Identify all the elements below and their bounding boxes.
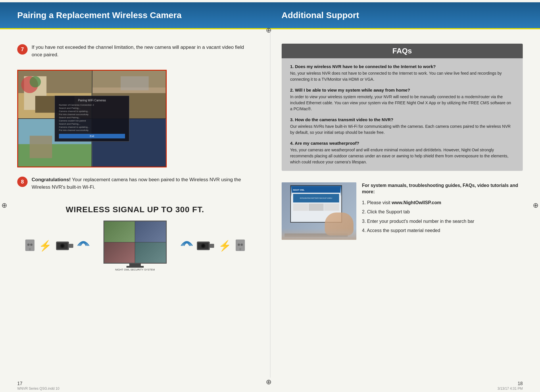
support-bottom-section: NIGHT OWL INTEGRATED BATTERY BACKUP 1000… bbox=[282, 182, 523, 240]
dialog-line-6: Camera couldn't be paired bbox=[59, 119, 125, 122]
monitor-screen-container bbox=[103, 221, 167, 264]
monitor-cell-3 bbox=[104, 242, 135, 263]
dialog-cameras-count: Number of Cameras Connected: 2 bbox=[59, 104, 125, 106]
left-camera bbox=[55, 239, 75, 253]
monitor-cell-2 bbox=[135, 221, 166, 242]
support-text: For system manuals, troubleshooting guid… bbox=[362, 182, 523, 240]
support-step-3: 3. Enter your product's model number in … bbox=[362, 218, 523, 225]
wireless-diagram: ⚡ bbox=[17, 220, 253, 272]
center-monitor: NIGHT OWL SECURITY SYSTEM bbox=[98, 221, 172, 271]
monitor-cell-1 bbox=[104, 221, 135, 242]
svg-point-16 bbox=[27, 244, 30, 246]
svg-rect-32 bbox=[239, 248, 241, 250]
left-page-title: Pairing a Replacement Wireless Camera bbox=[17, 10, 182, 20]
faq-3-question: 3. How do the cameras transmit video to … bbox=[290, 117, 514, 122]
website-cell-3 bbox=[324, 204, 339, 211]
date-info: 3/13/17 4:31 PM bbox=[497, 387, 523, 391]
faq-3-answer: Our wireless NVRs have built-in Wi-Fi fo… bbox=[290, 123, 514, 136]
step-8: 8 Congratulations! Your replacement came… bbox=[17, 176, 253, 191]
svg-point-5 bbox=[30, 76, 41, 88]
svg-point-22 bbox=[61, 244, 64, 247]
website-grid bbox=[293, 204, 339, 211]
signal-waves-right-svg bbox=[175, 237, 193, 254]
faq-item-4: 4. Are my cameras weatherproof? Yes, you… bbox=[290, 141, 514, 165]
right-signal-waves bbox=[175, 237, 193, 254]
svg-rect-9 bbox=[121, 76, 149, 90]
camera-screenshot: Pairing WiFi Cameras Number of Cameras C… bbox=[17, 70, 167, 167]
bottom-info-bar: WNVR Series QSG.indd 10 3/13/17 4:31 PM bbox=[0, 387, 540, 391]
support-step-2: 2. Click the Support tab bbox=[362, 209, 523, 215]
faqs-header: FAQs bbox=[282, 44, 523, 58]
step-8-number: 8 bbox=[17, 177, 28, 187]
right-column: FAQs 1. Does my wireless NVR have to be … bbox=[270, 29, 540, 378]
reg-mark-bottom: ⊕ bbox=[264, 378, 273, 386]
wireless-title: WIRELESS SIGNAL UP TO 300 ft. bbox=[17, 205, 253, 214]
support-step-4: 4. Access the support material needed bbox=[362, 227, 523, 234]
power-outlet-right bbox=[236, 240, 245, 252]
website-header-bar: NIGHT OWL bbox=[292, 187, 340, 193]
dialog-line-3: Camera channel is updating... bbox=[59, 110, 125, 113]
dialog-line-2: Search and Pairing... bbox=[59, 107, 125, 109]
svg-point-27 bbox=[202, 244, 205, 247]
monitor-screen-grid bbox=[104, 221, 166, 263]
faq-1-answer: No, your wireless NVR does not have to b… bbox=[290, 70, 514, 82]
svg-point-31 bbox=[241, 244, 243, 246]
left-camera-icon bbox=[55, 239, 75, 253]
power-outlet-left bbox=[25, 240, 34, 252]
step-7-text: If you have not exceeded the channel lim… bbox=[32, 44, 253, 58]
monitor-cell-4 bbox=[135, 242, 166, 263]
right-page-title: Additional Support bbox=[282, 10, 359, 20]
right-outlet bbox=[236, 240, 245, 252]
support-step-1: 1. Please visit www.NightOwlISP.com bbox=[362, 200, 523, 206]
website-banner: INTEGRATED BATTERY BACKUP 1000U bbox=[293, 194, 339, 202]
monitor-brand: NIGHT OWL SECURITY SYSTEM bbox=[115, 268, 155, 271]
faq-4-question: 4. Are my cameras weatherproof? bbox=[290, 141, 514, 146]
website-cell-1 bbox=[293, 204, 308, 211]
website-cell-2 bbox=[309, 204, 324, 211]
screenshot-grid: Pairing WiFi Cameras Number of Cameras C… bbox=[18, 71, 166, 167]
website-banner-text: INTEGRATED BATTERY BACKUP 1000U bbox=[300, 197, 332, 199]
dialog-line-8: Camera channel is updating... bbox=[59, 126, 125, 128]
step-7: 7 If you have not exceeded the channel l… bbox=[17, 44, 253, 58]
faqs-box: FAQs 1. Does my wireless NVR have to be … bbox=[282, 44, 523, 171]
faq-item-3: 3. How do the cameras transmit video to … bbox=[290, 117, 514, 136]
faq-4-answer: Yes, your cameras are weatherproof and w… bbox=[290, 147, 514, 165]
step-8-bold: Congratulations! bbox=[32, 177, 71, 182]
wireless-section: WIRELESS SIGNAL UP TO 300 ft. ⚡ bbox=[17, 205, 253, 272]
faq-2-answer: In order to view your wireless system re… bbox=[290, 94, 514, 112]
lightning-right: ⚡ bbox=[218, 240, 231, 252]
file-info: WNVR Series QSG.indd 10 bbox=[17, 387, 59, 391]
svg-rect-12 bbox=[18, 144, 91, 167]
right-camera-icon bbox=[195, 239, 216, 253]
table-surface bbox=[282, 228, 356, 240]
pairing-dialog: Pairing WiFi Cameras Number of Cameras C… bbox=[55, 96, 129, 142]
page-number-left: 17 bbox=[17, 381, 22, 386]
support-step-1-link[interactable]: www.NightOwlISP.com bbox=[392, 200, 441, 205]
header-left: Pairing a Replacement Wireless Camera bbox=[0, 10, 270, 20]
website-brand: NIGHT OWL bbox=[293, 189, 305, 191]
monitor-base bbox=[129, 264, 141, 266]
svg-rect-23 bbox=[69, 244, 73, 248]
dialog-line-9: Put into channel successfully bbox=[59, 129, 125, 132]
svg-rect-13 bbox=[30, 136, 52, 158]
faq-item-1: 1. Does my wireless NVR have to be conne… bbox=[290, 64, 514, 82]
dialog-exit-button[interactable]: Exit bbox=[59, 134, 125, 138]
support-intro: For system manuals, troubleshooting guid… bbox=[362, 182, 523, 195]
left-signal-waves bbox=[78, 237, 95, 254]
dialog-line-5: Search and Pairing... bbox=[59, 116, 125, 119]
dialog-title: Pairing WiFi Cameras bbox=[59, 99, 125, 102]
signal-waves-left-svg bbox=[78, 237, 95, 254]
right-camera bbox=[195, 239, 216, 253]
svg-point-17 bbox=[30, 244, 32, 246]
dialog-line-4: Put into channel successfully bbox=[59, 113, 125, 116]
faq-item-2: 2. Will I be able to view my system whil… bbox=[290, 88, 514, 112]
support-laptop-image: NIGHT OWL INTEGRATED BATTERY BACKUP 1000… bbox=[282, 182, 356, 240]
left-column: 7 If you have not exceeded the channel l… bbox=[0, 29, 270, 378]
lightning-left: ⚡ bbox=[39, 240, 52, 252]
svg-rect-18 bbox=[29, 248, 31, 250]
page-number-right: 18 bbox=[518, 381, 523, 386]
step-7-number: 7 bbox=[17, 44, 28, 55]
header-right: Additional Support bbox=[270, 10, 540, 20]
svg-rect-28 bbox=[210, 244, 214, 248]
main-content: 7 If you have not exceeded the channel l… bbox=[0, 29, 540, 378]
